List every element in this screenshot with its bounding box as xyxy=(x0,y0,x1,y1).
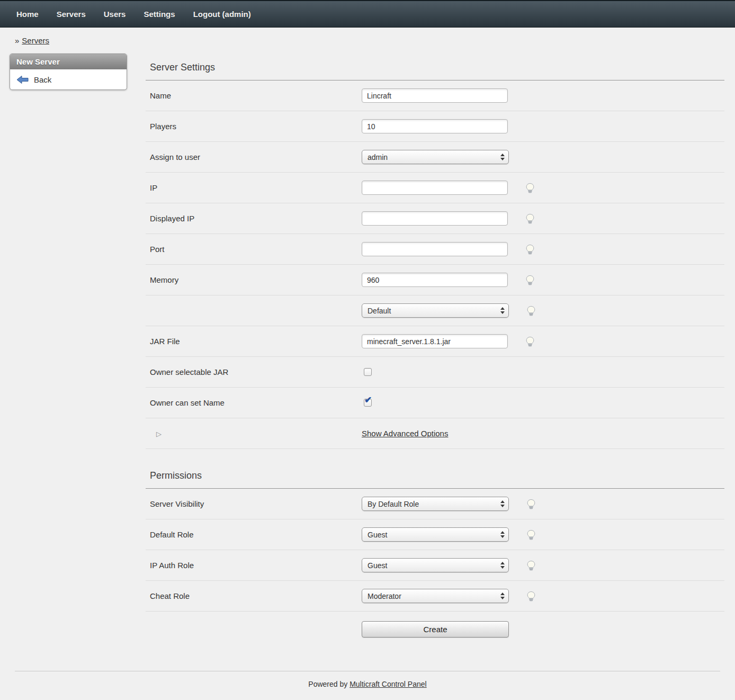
select-stepper-icon xyxy=(500,500,505,507)
breadcrumb-separator: » xyxy=(15,36,19,45)
server-visibility-select[interactable]: By Default Role xyxy=(362,497,509,511)
server-visibility-label: Server Visibility xyxy=(150,499,362,508)
cheat-role-label: Cheat Role xyxy=(150,591,362,600)
form-row-port: Port xyxy=(146,234,724,265)
form-row-ip: IP xyxy=(146,173,724,203)
memory-help-bulb-icon[interactable] xyxy=(525,275,535,285)
jar-file-help-bulb-icon[interactable] xyxy=(525,336,535,347)
server-visibility-help-bulb-icon[interactable] xyxy=(526,499,536,509)
ip-label: IP xyxy=(150,183,362,192)
form-row-server-visibility: Server Visibility By Default Role xyxy=(146,489,724,519)
memory-input[interactable] xyxy=(362,273,508,287)
ip-input[interactable] xyxy=(362,181,508,195)
form-row-cheat-role: Cheat Role Moderator xyxy=(146,581,724,612)
memory-preset-help-bulb-icon[interactable] xyxy=(526,306,536,316)
form-row-default-role: Default Role Guest xyxy=(146,519,724,550)
displayed-ip-help-bulb-icon[interactable] xyxy=(525,213,535,224)
port-label: Port xyxy=(150,245,362,254)
sidebar: New Server Back xyxy=(10,53,127,90)
nav-item-users[interactable]: Users xyxy=(95,10,135,19)
sidebar-back-button[interactable]: Back xyxy=(10,69,127,89)
main-panel: Server Settings Name Players Assign to u… xyxy=(146,50,724,642)
cheat-role-selected-value: Moderator xyxy=(368,592,401,600)
form-row-owner-can-set-name: Owner can set Name ✔ xyxy=(146,388,724,418)
jar-file-input[interactable] xyxy=(362,334,508,348)
sidebar-title: New Server xyxy=(10,54,127,69)
form-row-create: Create xyxy=(146,612,724,642)
breadcrumb-link-servers[interactable]: Servers xyxy=(22,36,49,45)
page-content: New Server Back Server Settings Name Pla… xyxy=(0,50,735,642)
name-label: Name xyxy=(150,91,362,100)
select-stepper-icon xyxy=(500,531,505,538)
players-label: Players xyxy=(150,122,362,131)
show-advanced-options-link[interactable]: Show Advanced Options xyxy=(362,429,448,438)
section-title-permissions: Permissions xyxy=(146,449,724,489)
form-row-memory-preset: Default xyxy=(146,295,724,326)
jar-file-label: JAR File xyxy=(150,337,362,346)
form-row-owner-selectable-jar: Owner selectable JAR xyxy=(146,357,724,388)
memory-preset-selected-value: Default xyxy=(368,307,391,315)
sidebar-back-label: Back xyxy=(34,75,51,84)
ip-auth-role-select[interactable]: Guest xyxy=(362,558,509,572)
owner-selectable-jar-label: Owner selectable JAR xyxy=(150,367,362,376)
page-footer: Powered by Multicraft Control Panel xyxy=(15,671,720,700)
default-role-selected-value: Guest xyxy=(368,531,387,539)
default-role-label: Default Role xyxy=(150,530,362,539)
back-arrow-icon xyxy=(16,75,29,84)
form-row-jar-file: JAR File xyxy=(146,326,724,357)
nav-item-logout[interactable]: Logout (admin) xyxy=(184,10,260,19)
memory-preset-select[interactable]: Default xyxy=(362,303,509,318)
assign-to-user-label: Assign to user xyxy=(150,152,362,161)
checkmark-icon: ✔ xyxy=(364,394,372,406)
footer-multicraft-link[interactable]: Multicraft Control Panel xyxy=(349,680,427,688)
form-row-displayed-ip: Displayed IP xyxy=(146,203,724,234)
assign-to-user-select[interactable]: admin xyxy=(362,150,509,164)
owner-can-set-name-label: Owner can set Name xyxy=(150,398,362,407)
select-stepper-icon xyxy=(500,562,505,569)
displayed-ip-input[interactable] xyxy=(362,211,508,226)
owner-selectable-jar-checkbox[interactable] xyxy=(364,368,372,376)
displayed-ip-label: Displayed IP xyxy=(150,214,362,223)
server-visibility-selected-value: By Default Role xyxy=(368,500,419,508)
nav-item-servers[interactable]: Servers xyxy=(48,10,95,19)
cheat-role-select[interactable]: Moderator xyxy=(362,589,509,603)
select-stepper-icon xyxy=(500,154,505,160)
form-row-advanced-options: ▷ Show Advanced Options xyxy=(146,418,724,449)
disclosure-triangle-icon[interactable]: ▷ xyxy=(156,430,162,438)
players-input[interactable] xyxy=(362,119,508,133)
ip-auth-role-help-bulb-icon[interactable] xyxy=(526,560,536,571)
name-input[interactable] xyxy=(362,88,508,103)
form-row-memory: Memory xyxy=(146,265,724,295)
memory-label: Memory xyxy=(150,275,362,284)
default-role-help-bulb-icon[interactable] xyxy=(526,530,536,540)
port-input[interactable] xyxy=(362,242,508,256)
ip-help-bulb-icon[interactable] xyxy=(525,183,535,193)
form-row-players: Players xyxy=(146,111,724,142)
assign-to-user-selected-value: admin xyxy=(368,153,388,161)
footer-powered-by-text: Powered by xyxy=(308,680,347,688)
breadcrumb: »Servers xyxy=(0,28,735,50)
section-title-server-settings: Server Settings xyxy=(146,50,724,80)
form-row-name: Name xyxy=(146,80,724,111)
form-row-assign-to-user: Assign to user admin xyxy=(146,142,724,173)
ip-auth-role-label: IP Auth Role xyxy=(150,561,362,570)
create-button[interactable]: Create xyxy=(362,621,509,638)
top-navigation: Home Servers Users Settings Logout (admi… xyxy=(0,0,735,28)
port-help-bulb-icon[interactable] xyxy=(525,244,535,255)
default-role-select[interactable]: Guest xyxy=(362,527,509,542)
select-stepper-icon xyxy=(500,307,505,314)
ip-auth-role-selected-value: Guest xyxy=(368,561,387,570)
nav-item-home[interactable]: Home xyxy=(7,10,48,19)
form-row-ip-auth-role: IP Auth Role Guest xyxy=(146,550,724,581)
owner-can-set-name-checkbox[interactable]: ✔ xyxy=(364,399,372,407)
nav-item-settings[interactable]: Settings xyxy=(135,10,184,19)
cheat-role-help-bulb-icon[interactable] xyxy=(526,591,536,602)
select-stepper-icon xyxy=(500,593,505,599)
